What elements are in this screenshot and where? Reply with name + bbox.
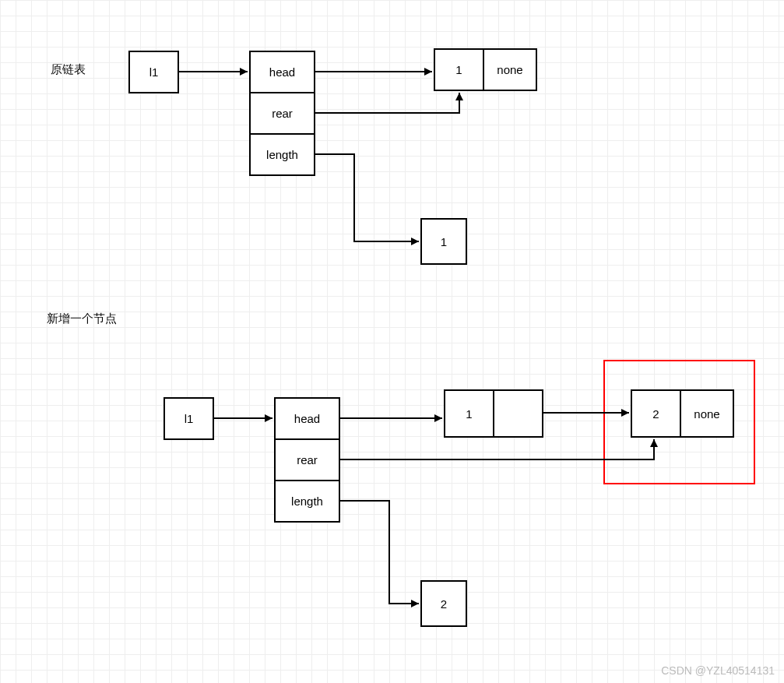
d1-arrow-rear-node1 [315, 93, 459, 113]
d1-node1-val-text: 1 [455, 63, 462, 76]
d2-length-text: length [291, 495, 323, 508]
d1-rear-box: rear [249, 92, 315, 135]
d2-head-text: head [294, 412, 320, 425]
section2-title: 新增一个节点 [47, 312, 117, 326]
section1-title: 原链表 [51, 62, 86, 77]
d1-head-text: head [269, 65, 295, 79]
d1-node1-val-box: 1 [434, 48, 484, 91]
d1-lengthval-text: 1 [441, 235, 447, 248]
d2-node2-next-box: none [680, 389, 734, 438]
d1-l1-text: l1 [149, 65, 159, 79]
d2-length-box: length [274, 480, 340, 523]
d1-node1-next-text: none [497, 63, 522, 76]
d1-head-box: head [249, 51, 315, 93]
d2-lengthval-text: 2 [441, 597, 447, 611]
watermark: CSDN @YZL40514131 [661, 664, 775, 677]
d2-rear-box: rear [274, 438, 340, 481]
d2-node2-next-text: none [694, 407, 719, 421]
d1-lengthval-box: 1 [420, 218, 467, 265]
d2-head-box: head [274, 397, 340, 440]
d1-node1-next-box: none [483, 48, 537, 91]
d2-lengthval-box: 2 [420, 580, 467, 627]
d1-length-box: length [249, 133, 315, 176]
d2-node1-next-box [493, 389, 543, 438]
d2-node2-val-text: 2 [652, 407, 659, 421]
d2-arrow-length-val [340, 501, 419, 604]
diagram-canvas: 原链表 l1 head rear length 1 none 1 新增一个节点 … [0, 0, 784, 683]
d1-l1-box: l1 [128, 51, 179, 93]
d1-length-text: length [266, 148, 298, 161]
d2-node2-val-box: 2 [631, 389, 681, 438]
d1-arrow-length-val [315, 154, 419, 241]
d2-l1-box: l1 [163, 397, 214, 440]
d2-arrow-rear-node2 [340, 439, 654, 459]
d2-node1-val-text: 1 [466, 407, 472, 421]
d2-rear-text: rear [297, 453, 318, 466]
d2-node1-val-box: 1 [444, 389, 494, 438]
d2-l1-text: l1 [185, 412, 194, 425]
arrows-layer [0, 0, 784, 683]
d1-rear-text: rear [272, 107, 293, 120]
